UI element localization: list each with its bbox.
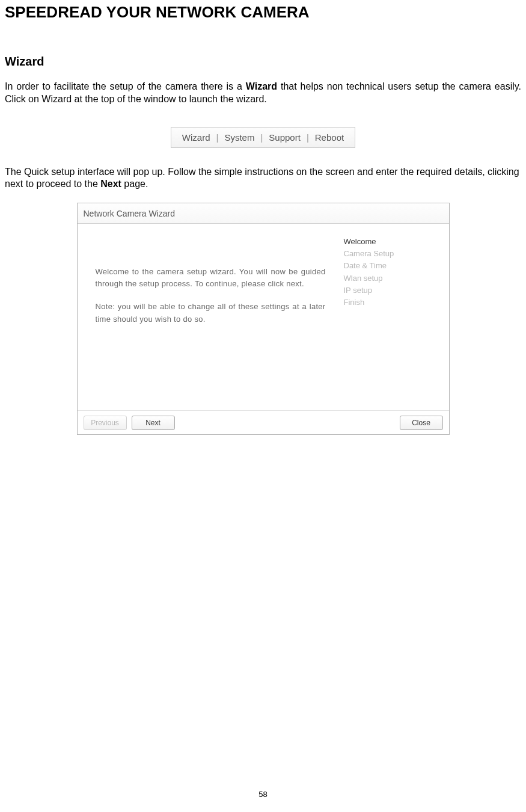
paragraph-1-bold: Wizard [246,81,277,91]
previous-button: Previous [84,416,127,430]
menu-bar: Wizard | System | Support | Reboot [171,127,355,148]
wizard-welcome-text-2: Note: you will be able to change all of … [96,301,326,325]
wizard-body: Welcome to the camera setup wizard. You … [78,224,449,410]
menu-item-reboot[interactable]: Reboot [315,132,344,143]
menu-item-wizard[interactable]: Wizard [182,132,210,143]
menu-separator: | [260,132,263,143]
wizard-steps-panel: Welcome Camera Setup Date & Time Wlan se… [344,224,449,410]
menu-separator: | [216,132,219,143]
wizard-step-date-time: Date & Time [344,260,440,272]
menu-item-support[interactable]: Support [269,132,301,143]
menu-item-system[interactable]: System [224,132,254,143]
wizard-title: Network Camera Wizard [84,209,175,218]
paragraph-2: The Quick setup interface will pop up. F… [0,166,526,191]
wizard-step-camera-setup: Camera Setup [344,248,440,260]
wizard-step-welcome: Welcome [344,236,440,248]
wizard-titlebar: Network Camera Wizard [78,203,449,224]
wizard-step-finish: Finish [344,297,440,309]
wizard-window-image: Network Camera Wizard Welcome to the cam… [0,203,526,435]
wizard-window: Network Camera Wizard Welcome to the cam… [77,203,450,435]
paragraph-2-post: page. [121,179,148,189]
menu-separator: | [307,132,309,143]
next-button[interactable]: Next [132,416,175,430]
page-header: SPEEDREAD YOUR NETWORK CAMERA [0,0,526,22]
wizard-welcome-text-1: Welcome to the camera setup wizard. You … [96,266,326,290]
menu-bar-image: Wizard | System | Support | Reboot [0,127,526,148]
wizard-step-ip-setup: IP setup [344,285,440,297]
wizard-step-wlan-setup: Wlan setup [344,272,440,285]
paragraph-1: In order to facilitate the setup of the … [0,81,526,106]
paragraph-2-pre: The Quick setup interface will pop up. F… [5,167,519,189]
wizard-footer: Previous Next Close [78,410,449,434]
page-number: 58 [0,790,526,799]
close-button[interactable]: Close [400,416,443,430]
section-title-wizard: Wizard [0,22,526,81]
paragraph-2-bold: Next [100,179,121,189]
wizard-content: Welcome to the camera setup wizard. You … [78,224,344,410]
paragraph-1-pre: In order to facilitate the setup of the … [5,81,246,91]
wizard-steps-list: Welcome Camera Setup Date & Time Wlan se… [344,236,440,309]
